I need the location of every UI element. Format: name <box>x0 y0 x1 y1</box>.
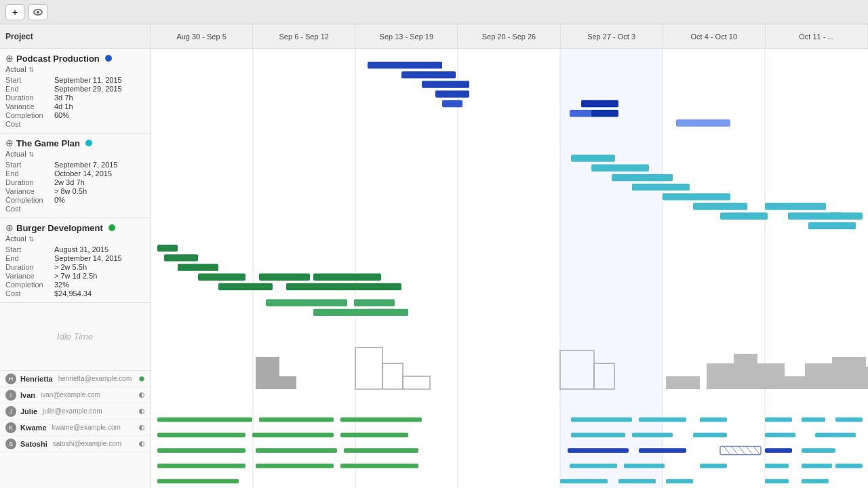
res-julie-4 <box>568 448 629 453</box>
bar-game-11 <box>829 213 863 220</box>
svg-line-12 <box>746 446 753 454</box>
idle-solid-7 <box>832 357 866 389</box>
svg-point-1 <box>37 11 39 14</box>
end-label-b: End <box>5 254 54 262</box>
res-kwame-7 <box>765 464 789 468</box>
res-ivan-3 <box>340 433 408 438</box>
gameplan-start: September 7, 2015 <box>54 161 118 169</box>
completion-label-podcast: Completion <box>5 111 54 119</box>
gameplan-completion: 0% <box>54 196 65 204</box>
bar-burger-1 <box>157 245 178 251</box>
bar-burger-5 <box>218 283 273 290</box>
actual-icon-podcast[interactable]: ⇅ <box>28 66 34 73</box>
avatar-julie: J <box>5 406 16 417</box>
avatar-kwame: K <box>5 422 16 433</box>
eye-button[interactable] <box>28 4 47 20</box>
res-kwame-9 <box>835 464 863 468</box>
res-kwame-3 <box>340 464 418 468</box>
project-icon-gameplan: ⊕ <box>5 138 14 148</box>
bar-burger-8 <box>313 274 381 281</box>
week-col-0: Aug 30 - Sep 5 <box>151 24 253 48</box>
project-row-gameplan: ⊕ The Game Plan Actual ⇅ Start September… <box>0 134 150 218</box>
res-ivan-5 <box>632 433 673 438</box>
res-henrietta-3 <box>340 418 422 422</box>
left-panel: Project ⊕ Podcast Production Actual ⇅ St… <box>0 24 151 488</box>
bar-game-6 <box>693 203 747 209</box>
gameplan-duration: 2w 3d 7h <box>54 178 85 186</box>
add-icon: + <box>12 7 18 18</box>
bar-game-7 <box>720 213 768 220</box>
bar-podcast-7 <box>581 100 618 107</box>
actual-icon-burger[interactable]: ⇅ <box>28 235 34 243</box>
bar-game-8 <box>765 203 826 209</box>
idle-solid-2 <box>707 363 734 389</box>
idle-solid-3 <box>734 354 757 389</box>
cost-label-burger: Cost <box>5 289 54 298</box>
bar-podcast-3 <box>422 81 469 87</box>
burger-completion: 32% <box>54 281 69 289</box>
bar-burger-4 <box>198 274 245 281</box>
res-henrietta-5 <box>639 418 686 422</box>
svg-line-9 <box>724 446 730 454</box>
resource-julie: J Julie julie@example.com <box>0 403 150 420</box>
gantt-svg <box>151 49 868 488</box>
end-label-gp: End <box>5 169 54 178</box>
burger-end: September 14, 2015 <box>54 254 122 262</box>
idle-outline-1 <box>355 348 382 390</box>
project-icon-podcast: ⊕ <box>5 53 14 64</box>
res-ivan-4 <box>571 433 625 438</box>
res-satoshi-3 <box>618 479 656 484</box>
podcast-start: September 11, 2015 <box>54 76 122 84</box>
project-row-burger: ⊕ Burger Development Actual ⇅ Start Augu… <box>0 218 150 303</box>
avatar-satoshi: S <box>5 439 16 449</box>
start-label-b: Start <box>5 245 54 253</box>
project-title-podcast: Podcast Production <box>16 54 100 64</box>
res-ivan-6 <box>693 433 727 438</box>
podcast-variance: 4d 1h <box>54 102 73 110</box>
res-ivan-1 <box>157 433 245 438</box>
podcast-duration: 3d 7h <box>54 94 73 102</box>
week-header: Aug 30 - Sep 5 Sep 6 - Sep 12 Sep 13 - S… <box>151 24 868 49</box>
res-julie-5 <box>639 448 686 453</box>
project-title-gameplan: The Game Plan <box>16 138 80 148</box>
res-henrietta-6 <box>700 418 727 422</box>
gantt-area: Project ⊕ Podcast Production Actual ⇅ St… <box>0 24 868 488</box>
start-label: Start <box>5 76 54 84</box>
completion-label-burger: Completion <box>5 281 54 289</box>
res-satoshi-6 <box>802 479 829 484</box>
start-label-gp: Start <box>5 161 54 169</box>
idle-solid-5 <box>785 376 805 389</box>
project-dot-burger <box>108 224 115 231</box>
resource-ivan: I Ivan ivan@example.com <box>0 387 150 403</box>
toolbar: + <box>0 0 868 24</box>
end-label: End <box>5 85 54 93</box>
avatar-henrietta: H <box>5 373 16 384</box>
duration-label-burger: Duration <box>5 263 54 271</box>
project-dot-gameplan <box>85 140 92 146</box>
res-henrietta-1 <box>157 418 252 422</box>
idle-outline-3 <box>403 376 430 389</box>
main-container: Project ⊕ Podcast Production Actual ⇅ St… <box>0 24 868 488</box>
bar-podcast-2 <box>401 71 456 78</box>
actual-icon-gameplan[interactable]: ⇅ <box>28 150 34 158</box>
bar-game-10 <box>808 222 856 229</box>
burger-duration: > 2w 5.5h <box>54 263 87 271</box>
bar-game-4 <box>632 184 690 190</box>
week-col-5: Oct 4 - Oct 10 <box>663 24 766 48</box>
bar-podcast-8 <box>591 110 618 117</box>
actual-label-podcast: Actual <box>5 65 26 73</box>
bar-burger-2 <box>164 254 198 261</box>
bar-burger-3 <box>178 264 218 270</box>
bar-burger-12 <box>354 299 395 306</box>
add-button[interactable]: + <box>5 4 24 20</box>
bar-podcast-4 <box>435 91 469 98</box>
podcast-end: September 29, 2015 <box>54 85 122 93</box>
idle-solid-6 <box>805 363 832 389</box>
project-dot-podcast <box>105 55 112 62</box>
idle-solid-1 <box>666 376 700 389</box>
resource-henrietta: H Henrietta henrietta@example.com <box>0 371 150 387</box>
duration-label-podcast: Duration <box>5 94 54 102</box>
bar-burger-7 <box>286 283 344 290</box>
res-satoshi-5 <box>765 479 789 484</box>
bar-podcast-6 <box>570 110 593 117</box>
